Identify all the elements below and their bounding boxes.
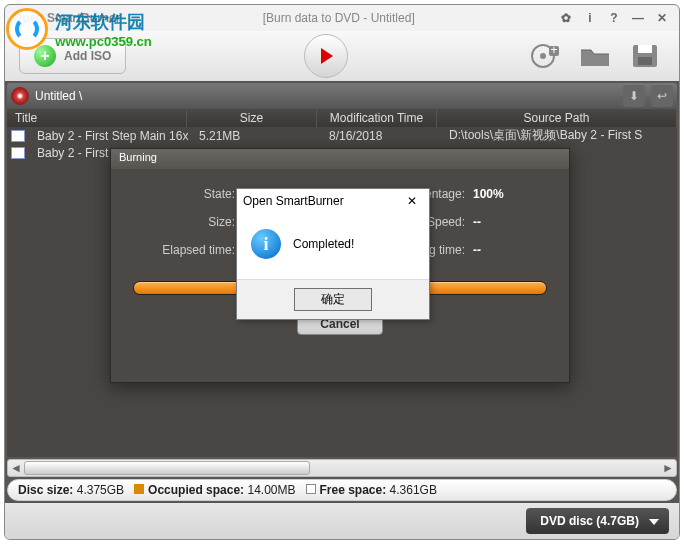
svg-rect-5 [638,45,652,53]
close-button[interactable]: ✕ [653,9,671,27]
add-iso-label: Add ISO [64,49,111,63]
info-icon[interactable]: i [581,9,599,27]
ok-button[interactable]: 确定 [294,288,372,311]
disc-size-label: Disc size: [18,483,73,497]
state-label: State: [133,187,243,201]
occupied-value: 14.00MB [247,483,295,497]
current-path: Untitled \ [35,89,82,103]
table-row[interactable]: Baby 2 - First Step Main 16x 5.21MB 8/16… [7,127,677,144]
footer: DVD disc (4.7GB) [5,503,679,539]
scroll-left-icon[interactable]: ◄ [8,460,24,476]
horizontal-scrollbar[interactable]: ◄ ► [7,459,677,477]
completed-dialog: Open SmartBurner ✕ i Completed! 确定 [236,188,430,320]
svg-point-1 [540,53,546,59]
svg-text:+: + [550,43,557,57]
plus-icon: + [34,45,56,67]
percent-value: 100% [473,187,553,201]
play-icon [321,48,333,64]
occupied-chip [134,484,144,494]
cell-source: D:\tools\桌面\新视频\Baby 2 - First S [441,127,677,144]
main-toolbar: + Add ISO + [5,31,679,81]
col-title[interactable]: Title [7,109,187,127]
minimize-button[interactable]: — [629,9,647,27]
burn-button[interactable] [304,34,348,78]
app-title: Open SmartBurner [13,11,120,25]
speed-value: -- [473,215,553,229]
free-value: 4.361GB [390,483,437,497]
add-iso-button[interactable]: + Add ISO [19,38,126,74]
free-label: Free space: [320,483,387,497]
disc-type-select[interactable]: DVD disc (4.7GB) [526,508,669,534]
open-folder-button[interactable] [575,38,615,74]
col-mtime[interactable]: Modification Time [317,109,437,127]
cell-mtime: 8/16/2018 [321,129,441,143]
cell-title: Baby 2 - First Step Main 16x [29,129,191,143]
file-icon [11,147,25,159]
titlebar: Open SmartBurner [Burn data to DVD - Unt… [5,5,679,31]
occupied-label: Occupied space: [148,483,244,497]
cell-size: 5.21MB [191,129,321,143]
path-bar: Untitled \ ⬇ ↩ [7,83,677,109]
free-chip [306,484,316,494]
scroll-track[interactable] [24,461,660,475]
nav-back-button[interactable]: ↩ [651,85,673,107]
disc-size-value: 4.375GB [77,483,124,497]
help-icon[interactable]: ? [605,9,623,27]
info-icon: i [251,229,281,259]
scroll-right-icon[interactable]: ► [660,460,676,476]
dialog-message: Completed! [293,237,354,251]
column-headers: Title Size Modification Time Source Path [7,109,677,127]
size-bar: Disc size: 4.375GB Occupied space: 14.00… [7,479,677,501]
svg-rect-6 [638,57,652,65]
scroll-thumb[interactable] [24,461,310,475]
nav-down-button[interactable]: ⬇ [623,85,645,107]
file-icon [11,130,25,142]
dialog-titlebar: Open SmartBurner ✕ [237,189,429,213]
col-size[interactable]: Size [187,109,317,127]
dvd-icon [11,87,29,105]
size-label: Size: [133,215,243,229]
elapsed-label: Elapsed time: [133,243,243,257]
save-button[interactable] [625,38,665,74]
burning-title: Burning [111,149,569,169]
new-disc-button[interactable]: + [525,38,565,74]
remain-value: -- [473,243,553,257]
dialog-title: Open SmartBurner [243,194,344,208]
settings-icon[interactable]: ✿ [557,9,575,27]
dialog-close-button[interactable]: ✕ [401,192,423,210]
col-source[interactable]: Source Path [437,109,677,127]
document-title: [Burn data to DVD - Untitled] [263,11,415,25]
